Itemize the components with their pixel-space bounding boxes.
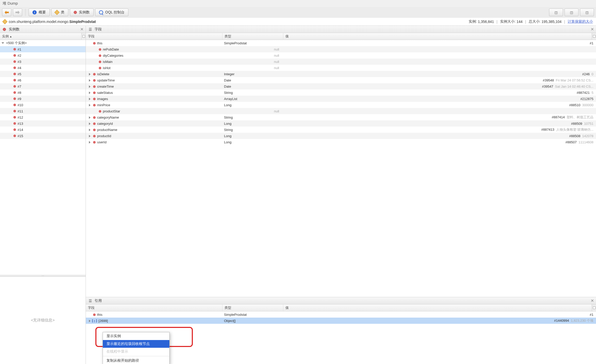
back-button[interactable] — [2, 9, 11, 16]
field-dot-icon — [93, 92, 96, 94]
column-menu-icon[interactable] — [81, 33, 86, 40]
field-row[interactable]: imagesArrayList#212875 — [86, 96, 596, 102]
class-path: com.shunteng.platform.model.mongo.Simple… — [9, 20, 96, 24]
close-icon[interactable]: ✕ — [591, 27, 594, 32]
instances-button[interactable]: 实例数 — [70, 9, 94, 16]
field-row[interactable]: rePubDate null — [86, 46, 596, 52]
field-dot-icon — [93, 135, 96, 137]
instance-dot-icon — [13, 60, 16, 63]
instance-row[interactable]: #12 — [0, 114, 86, 120]
toolbar-action1[interactable]: ◫ — [549, 9, 563, 16]
instance-row[interactable]: #8 — [0, 89, 86, 96]
context-menu-item[interactable]: 复制从根开始的路径 — [103, 357, 169, 364]
instance-row[interactable]: #5 — [0, 71, 86, 77]
classes-button[interactable]: 类 — [51, 9, 68, 16]
field-name: diyCategories — [103, 54, 123, 57]
classes-label: 类 — [61, 10, 64, 15]
field-type: Date — [222, 84, 283, 89]
context-menu-item[interactable]: 显示最近的垃圾回收根节点 — [103, 340, 169, 348]
chevron-right-icon — [89, 104, 90, 106]
instance-dot-icon — [13, 135, 16, 137]
field-value: null — [224, 59, 282, 64]
field-row[interactable]: productStar null — [86, 108, 596, 114]
detail-empty-pane: <无详细信息> — [0, 276, 86, 364]
instance-dot-icon — [13, 54, 16, 57]
field-row[interactable]: minPriceLong#88510 300000 — [86, 102, 596, 108]
field-type: String — [222, 90, 283, 95]
fields-col-type[interactable]: 类型 — [222, 33, 283, 40]
ref-value: #1 — [283, 312, 596, 317]
instance-row[interactable]: #13 — [0, 120, 86, 127]
field-row[interactable]: categoryIdLong#88509 10751 — [86, 120, 596, 127]
class-icon — [2, 19, 7, 24]
overview-button[interactable]: i概要 — [29, 9, 50, 16]
field-type: Long — [222, 103, 283, 107]
oql-button[interactable]: OQL 控制台 — [95, 9, 128, 16]
instance-row[interactable]: #14 — [0, 127, 86, 133]
context-menu-item[interactable]: 显示实例 — [103, 332, 169, 340]
instance-row[interactable]: #6 — [0, 77, 86, 83]
main-toolbar: i概要 类 实例数 OQL 控制台 ◫ ◫ ◫ — [0, 7, 596, 18]
oql-label: OQL 控制台 — [105, 10, 125, 15]
refs-col-type[interactable]: 类型 — [222, 304, 283, 311]
fields-col-field[interactable]: 字段 — [86, 33, 222, 40]
instance-dot-icon — [13, 48, 16, 51]
forward-button[interactable] — [13, 9, 22, 16]
instance-row[interactable]: #3 — [0, 59, 86, 65]
field-row[interactable]: thisSimpleProdstat#1 — [86, 40, 596, 46]
field-dot-icon — [93, 73, 96, 76]
instance-row[interactable]: #1 — [0, 46, 86, 52]
fields-pane-header: ☰ 字段 ✕ — [86, 26, 596, 33]
instances-pane-title: 实例数 — [9, 27, 20, 32]
instance-group-row[interactable]: <500 个实例> — [0, 40, 86, 46]
instance-dot-icon — [13, 97, 16, 100]
field-row[interactable]: categoryNameString#887414 塑料、树脂工艺品 — [86, 114, 596, 120]
instance-row[interactable]: #10 — [0, 102, 86, 108]
ref-dot-icon — [93, 313, 96, 316]
field-value: #246 0 — [283, 72, 596, 77]
field-row[interactable]: isDeleteInteger#246 0 — [86, 71, 596, 77]
refs-col-field[interactable]: 字段 — [86, 304, 222, 311]
instance-row[interactable]: #2 — [0, 52, 86, 59]
close-icon[interactable]: ✕ — [591, 298, 594, 303]
field-row[interactable]: createTimeDate#39547 Sat Jan 14 02:46:40… — [86, 83, 596, 89]
toolbar-action3[interactable]: ◫ — [580, 9, 594, 16]
field-dot-icon — [99, 48, 101, 51]
field-value: null — [224, 65, 282, 70]
chevron-right-icon — [89, 141, 90, 144]
column-menu-icon[interactable] — [592, 304, 596, 311]
column-menu-icon[interactable] — [592, 33, 596, 40]
array-icon: [▯] — [92, 319, 97, 323]
field-row[interactable]: diyCategories null — [86, 52, 596, 59]
close-icon[interactable]: ✕ — [80, 27, 84, 32]
field-row[interactable]: isHot null — [86, 65, 596, 71]
instance-row[interactable]: #4 — [0, 65, 86, 71]
instance-row[interactable]: #15 — [0, 133, 86, 139]
field-row[interactable]: productNameString#887413 人物头像雕塑 玻璃钢仿... — [86, 127, 596, 133]
context-menu[interactable]: 显示实例显示最近的垃圾回收根节点在线程中显示复制从根开始的路径 — [103, 332, 170, 364]
retained-size-link[interactable]: 计算保留的大小 — [568, 19, 593, 24]
chevron-right-icon — [89, 135, 90, 137]
field-value: #88510 300000 — [283, 103, 596, 107]
instance-column-header[interactable]: 实例 — [0, 33, 81, 40]
field-type: Date — [222, 78, 283, 83]
field-row[interactable]: productIdLong#88508 142078 — [86, 133, 596, 139]
ref-row[interactable]: [▯] [2699]Object[]#1440994 1,823,230 个项 — [86, 318, 596, 324]
field-row[interactable]: userIdLong#88507 11114608 — [86, 139, 596, 145]
refs-col-value[interactable]: 值 — [283, 304, 592, 311]
field-row[interactable]: updateTimeDate#39548 Fri Mar 24 07:56:52… — [86, 77, 596, 83]
instance-row[interactable]: #11 — [0, 108, 86, 114]
chevron-right-icon — [89, 79, 90, 82]
instance-row[interactable]: #9 — [0, 96, 86, 102]
window-title: 堆 Dump — [0, 0, 596, 7]
ref-name: this — [97, 313, 102, 317]
instance-row[interactable]: #7 — [0, 83, 86, 89]
toolbar-action2[interactable]: ◫ — [565, 9, 578, 16]
total-size-label: 总大小: — [529, 19, 541, 24]
fields-col-value[interactable]: 值 — [283, 33, 592, 40]
field-row[interactable]: saleStatusString#887421 5 — [86, 89, 596, 96]
refs-table: 字段 类型 值 thisSimpleProdstat#1[▯] [2699]Ob… — [86, 304, 596, 364]
field-dot-icon — [93, 141, 96, 144]
ref-row[interactable]: thisSimpleProdstat#1 — [86, 311, 596, 318]
field-row[interactable]: isMain null — [86, 59, 596, 65]
